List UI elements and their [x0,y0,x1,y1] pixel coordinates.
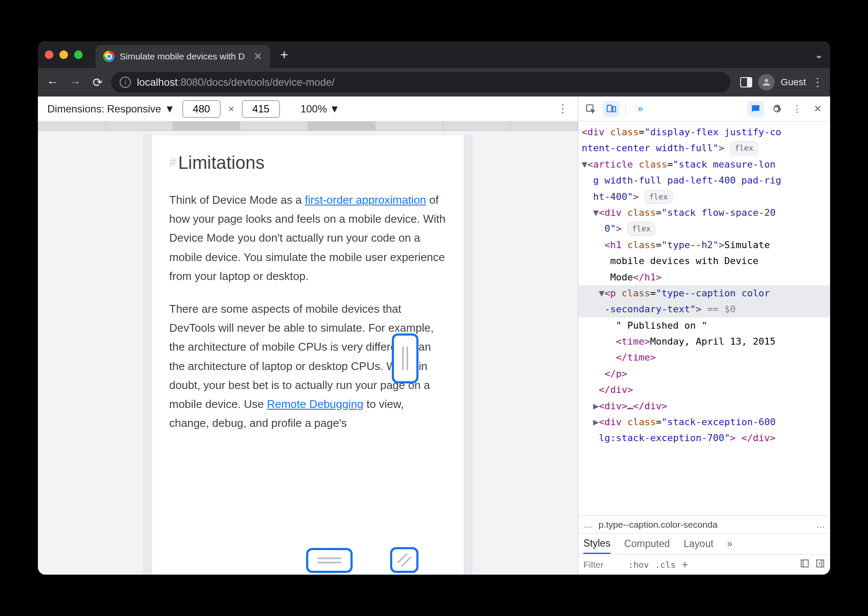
zoom-dropdown[interactable]: 100%▼ [301,103,340,115]
titlebar: Simulate mobile devices with D ✕ + ⌄ [38,41,830,68]
layout-tab[interactable]: Layout [684,538,713,550]
more-tabs-icon[interactable]: » [632,101,648,117]
new-style-rule-button[interactable]: + [682,558,688,571]
elements-tree[interactable]: <div class="display-flex justify-co nten… [578,121,830,515]
styles-tab[interactable]: Styles [583,534,611,554]
hov-toggle[interactable]: :hov [628,560,649,570]
new-tab-button[interactable]: + [280,47,288,63]
profile-label: Guest [781,77,806,88]
crumb-overflow-right[interactable]: … [816,520,825,530]
breadcrumbs[interactable]: … p.type--caption.color-seconda … [578,515,830,533]
inspect-element-icon[interactable] [583,101,599,117]
site-info-icon[interactable]: i [120,77,131,88]
styles-tabbar: Styles Computed Layout » [578,533,830,554]
height-input[interactable] [242,100,280,118]
reload-button[interactable]: ⟳ [89,74,106,91]
close-tab-button[interactable]: ✕ [254,50,262,62]
resize-handle-bottom[interactable] [306,548,353,573]
styles-filter-bar: :hov .cls + [578,554,830,575]
device-toolbar: Dimensions: Responsive▼ × 100%▼ ⋮ [38,96,578,121]
profile-avatar[interactable] [758,74,775,90]
omnibox[interactable]: i localhost:8080/docs/devtools/device-mo… [111,72,731,93]
side-panel-icon[interactable] [740,77,752,87]
address-bar: ← → ⟳ i localhost:8080/docs/devtools/dev… [38,68,830,96]
device-mode-viewport: Dimensions: Responsive▼ × 100%▼ ⋮ #Limit… [38,96,578,575]
computed-sidebar-icon[interactable] [800,559,809,570]
devtools-tabbar: » ⋮ ✕ [578,96,830,121]
computed-tab[interactable]: Computed [624,538,670,550]
close-window-button[interactable] [45,50,53,59]
devtools-menu-icon[interactable]: ⋮ [789,101,805,117]
dimensions-dropdown[interactable]: Dimensions: Responsive▼ [47,103,175,115]
toggle-styles-sidebar-icon[interactable] [815,559,825,570]
preview-wrapper: #Limitations Think of Device Mode as a f… [38,131,578,575]
resize-handle-corner[interactable] [390,547,418,573]
device-toolbar-more-button[interactable]: ⋮ [557,102,568,115]
browser-window: Simulate mobile devices with D ✕ + ⌄ ← →… [38,41,830,575]
tab-title: Simulate mobile devices with D [120,51,245,62]
dimension-separator: × [228,103,234,115]
resize-handle-right[interactable] [392,333,418,383]
browser-menu-button[interactable]: ⋮ [812,76,824,89]
toggle-device-toolbar-icon[interactable] [603,101,620,117]
breadcrumb-current[interactable]: p.type--caption.color-seconda [598,520,810,530]
settings-icon[interactable] [768,101,784,117]
minimize-window-button[interactable] [59,50,68,59]
url-text: localhost:8080/docs/devtools/device-mode… [137,76,335,88]
maximize-window-button[interactable] [74,50,83,59]
svg-rect-1 [607,105,612,112]
devtools-panel: » ⋮ ✕ <div class="display-flex justify-c… [578,96,830,575]
page-heading: #Limitations [169,152,446,173]
forward-button[interactable]: → [66,74,84,91]
browser-tab[interactable]: Simulate mobile devices with D ✕ [96,45,270,68]
first-order-link[interactable]: first-order approximation [305,193,426,206]
device-frame: #Limitations Think of Device Mode as a f… [144,135,471,575]
cls-toggle[interactable]: .cls [655,560,676,570]
styles-more-tabs[interactable]: » [727,538,733,550]
back-button[interactable]: ← [44,74,61,91]
chrome-favicon-icon [103,51,115,62]
content-area: Dimensions: Responsive▼ × 100%▼ ⋮ #Limit… [38,96,830,575]
tab-search-button[interactable]: ⌄ [815,49,823,60]
page-paragraph-1: Think of Device Mode as a first-order ap… [169,190,446,286]
remote-debugging-link[interactable]: Remote Debugging [267,398,363,411]
crumb-overflow-left[interactable]: … [583,520,592,530]
styles-filter-input[interactable] [583,560,622,570]
ruler [38,121,578,131]
traffic-lights [45,50,83,59]
close-devtools-icon[interactable]: ✕ [809,101,826,117]
width-input[interactable] [183,100,220,118]
feedback-icon[interactable] [747,101,764,117]
svg-rect-3 [801,560,809,567]
svg-rect-2 [613,106,616,112]
